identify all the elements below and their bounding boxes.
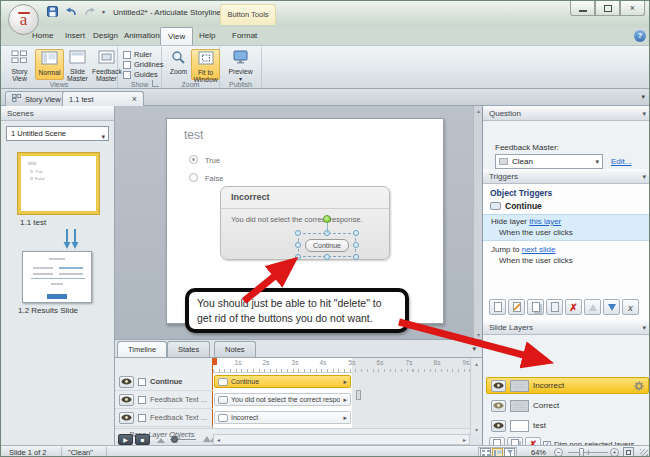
radio-false[interactable]	[189, 173, 198, 182]
guides-checkbox[interactable]: Guides	[123, 70, 158, 79]
tab-help[interactable]: Help	[192, 27, 222, 45]
stop-button[interactable]: ■	[135, 434, 150, 445]
selection-handle[interactable]	[353, 242, 359, 248]
close-button[interactable]: ×	[620, 1, 645, 16]
story-view-icon[interactable]	[480, 448, 491, 457]
manage-variables-button[interactable]: x	[622, 299, 639, 315]
normal-view-button[interactable]: Normal	[35, 49, 64, 80]
slide-title[interactable]: test	[184, 128, 203, 142]
timeline-ruler[interactable]: 1s 2s 3s 4s 5s 6s 7s 8s 9s	[213, 358, 470, 373]
timeline-vertical-scrollbar[interactable]: ▴ ▾	[470, 358, 482, 435]
articulate-logo-icon[interactable]: a	[8, 4, 39, 35]
timeline-object-row[interactable]: Feedback Text ...	[115, 391, 213, 409]
timeline-zoom-out-icon[interactable]	[157, 438, 165, 443]
trigger-hide-layer[interactable]: Hide layer this layer When the user clic…	[483, 214, 650, 241]
tab-timeline[interactable]: Timeline	[117, 341, 167, 357]
triggers-header[interactable]: Triggers ▾	[483, 169, 650, 184]
tab-list-dropdown-icon[interactable]: ▾	[641, 93, 645, 101]
minimize-button[interactable]	[570, 1, 595, 16]
close-tab-icon[interactable]: ×	[132, 95, 137, 104]
paste-trigger-button[interactable]	[546, 299, 563, 315]
timeline-object-row[interactable]: Continue	[115, 373, 213, 391]
question-header[interactable]: Question ▾	[483, 106, 650, 121]
slide-layers-header[interactable]: Slide Layers ▾	[483, 320, 650, 335]
fit-to-window-button[interactable]: Fit to Window	[191, 49, 220, 80]
eye-icon[interactable]	[119, 412, 134, 424]
maximize-button[interactable]	[595, 1, 620, 16]
slide-thumbnail-1-1[interactable]: test True False	[18, 153, 99, 214]
radio-true[interactable]	[189, 155, 198, 164]
gridlines-checkbox[interactable]: Gridlines	[123, 60, 164, 69]
qat-dropdown-icon[interactable]: ▾	[102, 8, 105, 15]
timeline-collapse-icon[interactable]: ▾	[472, 345, 476, 353]
collapse-icon[interactable]: ▾	[642, 169, 646, 184]
timeline-bar-feedback-text[interactable]: You did not select the correct respon...…	[214, 393, 351, 406]
trigger-jump-to[interactable]: Jump to next slide When the user clicks	[483, 243, 650, 270]
eye-icon[interactable]	[119, 376, 134, 388]
layer-row-incorrect[interactable]: Incorrect	[486, 377, 649, 394]
zoom-slider-thumb[interactable]	[579, 448, 584, 457]
delete-trigger-button[interactable]: ✗	[565, 299, 582, 315]
timeline-end-marker[interactable]	[356, 390, 361, 400]
selection-handle[interactable]	[353, 254, 359, 260]
tab-states[interactable]: States	[167, 341, 210, 357]
timeline-horizontal-scrollbar[interactable]: ◂ ▸	[213, 434, 470, 445]
eye-icon[interactable]	[491, 400, 506, 412]
playhead[interactable]	[213, 358, 217, 365]
object-checkbox[interactable]	[138, 378, 146, 386]
tab-slide-1-1-test[interactable]: 1.1 test ×	[62, 91, 144, 106]
this-layer-link[interactable]: this layer	[529, 217, 561, 226]
tab-notes[interactable]: Notes	[214, 341, 256, 357]
timeline-object-row[interactable]: Feedback Text ...	[115, 409, 213, 427]
collapse-icon[interactable]: ▾	[642, 106, 646, 121]
eye-icon[interactable]	[119, 394, 134, 406]
timeline-bar-incorrect[interactable]: Incorrect ▸	[214, 411, 351, 424]
timeline-bar-continue[interactable]: Continue ▸	[214, 375, 351, 388]
scroll-left-icon[interactable]: ◂	[217, 436, 220, 444]
zoom-out-button[interactable]: −	[554, 448, 563, 457]
slide-master-button[interactable]: Slide Master	[63, 49, 92, 80]
new-trigger-button[interactable]	[489, 299, 506, 315]
selection-handle[interactable]	[295, 230, 301, 236]
gear-icon[interactable]	[634, 377, 644, 395]
help-icon[interactable]: ?	[634, 30, 646, 42]
slide-thumbnail-1-2[interactable]	[22, 251, 92, 303]
show-dialog-launcher-icon[interactable]	[152, 80, 159, 87]
selection-handle[interactable]	[295, 254, 301, 260]
stage-vertical-scrollbar[interactable]: ▴ ▾	[473, 106, 482, 339]
preview-button[interactable]: Preview ▾	[226, 49, 255, 80]
feedback-master-dropdown[interactable]: Clean ▾	[495, 154, 603, 169]
preview-view-icon[interactable]	[504, 448, 515, 457]
undo-icon[interactable]	[64, 5, 78, 18]
tab-story-view[interactable]: Story View	[5, 91, 68, 106]
object-checkbox[interactable]	[138, 396, 146, 404]
selection-handle[interactable]	[295, 242, 301, 248]
save-icon[interactable]	[45, 5, 59, 18]
play-button[interactable]: ▶	[118, 434, 133, 445]
normal-view-icon[interactable]	[492, 448, 503, 457]
story-view-button[interactable]: Story View	[5, 49, 34, 80]
collapse-icon[interactable]: ▾	[642, 320, 646, 335]
copy-trigger-button[interactable]	[527, 299, 544, 315]
scroll-right-icon[interactable]: ▸	[463, 436, 466, 444]
object-checkbox[interactable]	[138, 414, 146, 422]
next-slide-link[interactable]: next slide	[522, 245, 556, 254]
scroll-down-icon[interactable]: ▾	[475, 331, 482, 338]
edit-trigger-button[interactable]	[508, 299, 525, 315]
zoom-in-button[interactable]: +	[610, 448, 619, 457]
selection-handle[interactable]	[353, 230, 359, 236]
scene-selector[interactable]: 1 Untitled Scene ▾	[6, 126, 109, 141]
feedback-master-button[interactable]: Feedback Master	[92, 49, 121, 80]
selection-handle[interactable]	[324, 254, 330, 260]
resize-grip[interactable]	[640, 449, 648, 457]
rotation-handle[interactable]	[323, 215, 331, 223]
edit-master-link[interactable]: Edit...	[611, 157, 631, 166]
scroll-up-icon[interactable]: ▴	[475, 107, 482, 114]
layer-row-test[interactable]: test	[486, 417, 649, 434]
eye-icon[interactable]	[491, 420, 506, 432]
trigger-object-continue[interactable]: Continue	[490, 201, 542, 211]
eye-icon[interactable]	[491, 380, 506, 392]
move-trigger-down-button[interactable]	[603, 299, 620, 315]
layer-row-correct[interactable]: Correct	[486, 397, 649, 414]
fit-slide-button[interactable]	[623, 447, 634, 457]
